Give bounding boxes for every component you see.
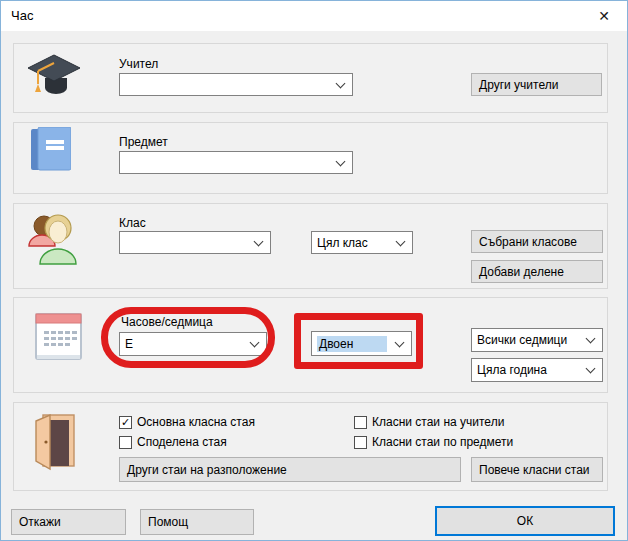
graduation-cap-icon [25, 48, 83, 106]
help-button-label: Помощ [148, 515, 188, 529]
book-icon [31, 127, 71, 172]
add-division-button-label: Добави делене [479, 265, 564, 279]
weeks-select[interactable]: Всички седмици [471, 328, 603, 352]
subjects-classrooms-checkbox[interactable]: ✓ Класни стаи по предмети [354, 435, 513, 449]
chevron-down-icon [251, 339, 258, 346]
teacher-select[interactable] [119, 73, 353, 96]
lesson-dialog: Час ✕ [0, 0, 628, 541]
lessons-per-week-select-value: Е [125, 337, 133, 351]
chevron-down-icon [337, 80, 344, 87]
teachers-classrooms-checkbox-label: Класни стаи на учители [372, 415, 504, 429]
joint-classes-button-label: Събрани класове [479, 235, 577, 249]
whole-class-select-value: Цял клас [317, 236, 368, 250]
subjects-classrooms-checkbox-label: Класни стаи по предмети [372, 435, 513, 449]
checkbox-box: ✓ [354, 436, 367, 449]
other-teachers-button[interactable]: Други учители [471, 73, 602, 96]
add-division-button[interactable]: Добави делене [471, 260, 603, 283]
chevron-down-icon [587, 335, 594, 342]
title-bar: Час ✕ [1, 1, 627, 31]
duration-select-value: Двоен [317, 336, 387, 352]
more-rooms-button-label: Повече класни стаи [479, 463, 590, 477]
available-rooms-button-label: Други стаи на разположение [127, 463, 287, 477]
whole-class-select[interactable]: Цял клас [311, 231, 413, 254]
ok-button[interactable]: ОК [435, 506, 615, 536]
duration-select[interactable]: Двоен [311, 331, 412, 356]
help-button[interactable]: Помощ [140, 509, 254, 535]
check-icon: ✓ [121, 417, 130, 428]
lessons-per-week-label: Часове/седмица [121, 315, 213, 329]
chevron-down-icon [255, 238, 262, 245]
class-select[interactable] [119, 231, 271, 254]
terms-select[interactable]: Цяла година [471, 358, 603, 382]
shared-room-checkbox[interactable]: ✓ Споделена стая [119, 435, 227, 449]
checkbox-box: ✓ [119, 416, 132, 429]
ok-button-label: ОК [517, 514, 533, 528]
chevron-down-icon [337, 158, 344, 165]
home-classroom-checkbox-label: Основна класна стая [137, 415, 255, 429]
subject-label: Предмет [119, 135, 168, 149]
cancel-button[interactable]: Откажи [11, 509, 126, 535]
shared-room-checkbox-label: Споделена стая [137, 435, 227, 449]
chevron-down-icon [397, 238, 404, 245]
terms-select-value: Цяла година [477, 363, 547, 377]
calendar-icon [35, 312, 83, 362]
cancel-button-label: Откажи [19, 515, 61, 529]
dialog-title: Час [11, 1, 33, 31]
subject-select[interactable] [119, 151, 353, 174]
class-people-icon [27, 212, 81, 265]
joint-classes-button[interactable]: Събрани класове [471, 230, 603, 253]
teachers-classrooms-checkbox[interactable]: ✓ Класни стаи на учители [354, 415, 504, 429]
lessons-per-week-select[interactable]: Е [119, 332, 267, 356]
checkbox-box: ✓ [354, 416, 367, 429]
class-label: Клас [119, 216, 146, 230]
close-icon[interactable]: ✕ [581, 1, 627, 31]
weeks-select-value: Всички седмици [477, 333, 567, 347]
more-rooms-button[interactable]: Повече класни стаи [471, 457, 603, 482]
chevron-down-icon [396, 339, 403, 346]
teacher-label: Учител [119, 57, 158, 71]
available-rooms-button[interactable]: Други стаи на разположение [119, 457, 461, 482]
home-classroom-checkbox[interactable]: ✓ Основна класна стая [119, 415, 255, 429]
other-teachers-button-label: Други учители [479, 78, 558, 92]
door-icon [31, 413, 77, 471]
checkbox-box: ✓ [119, 436, 132, 449]
chevron-down-icon [587, 365, 594, 372]
